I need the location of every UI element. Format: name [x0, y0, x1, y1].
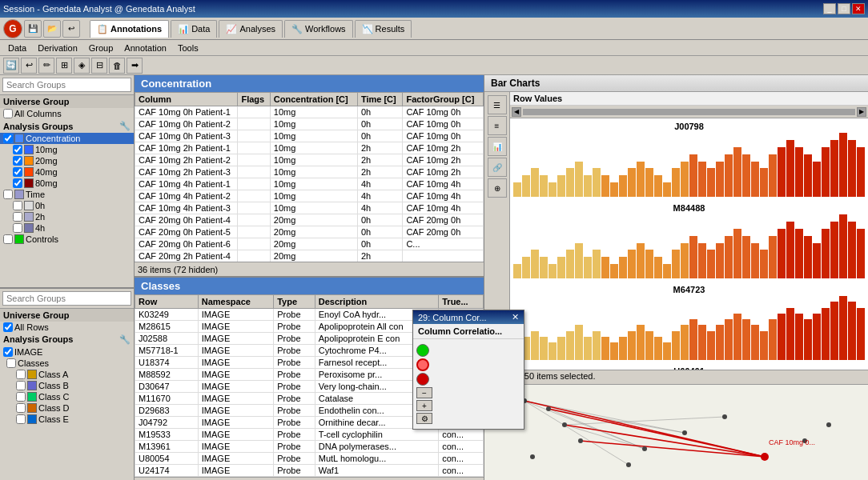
popup-btn-red-outline[interactable] [416, 358, 429, 371]
classes-row[interactable]: U24174IMAGEProbeWaf1con... [135, 465, 484, 477]
action-export[interactable]: ➡ [127, 58, 143, 74]
action-undo[interactable]: ↩ [21, 58, 37, 74]
tab-results[interactable]: 📉Results [355, 20, 412, 38]
tab-analyses[interactable]: 📈Analyses [219, 20, 283, 38]
classes-row[interactable]: M13961IMAGEProbeDNA polymerases...con... [135, 441, 484, 453]
40mg-item[interactable]: 40mg [0, 166, 134, 178]
class-a-item[interactable]: Class A [0, 369, 134, 380]
classes-row[interactable]: U80054IMAGEProbeMutL homologu...con... [135, 453, 484, 465]
popup-btn-plus[interactable]: + [416, 400, 432, 411]
class-e-checkbox[interactable] [16, 414, 26, 424]
search-groups-input[interactable] [2, 78, 131, 92]
concentration-row[interactable]: CAF 10mg 2h Patient-110mg2hCAF 10mg 2h [135, 142, 484, 154]
image-checkbox[interactable] [3, 347, 13, 357]
classes-col-true[interactable]: True... [439, 295, 484, 309]
action-select[interactable]: ◈ [74, 58, 90, 74]
concentration-checkbox[interactable] [3, 134, 13, 143]
controls-checkbox[interactable] [3, 234, 13, 244]
classes-col-namespace[interactable]: Namespace [198, 295, 273, 309]
action-refresh[interactable]: 🔄 [3, 58, 19, 74]
2h-checkbox[interactable] [13, 212, 22, 222]
tab-data[interactable]: 📊Data [171, 20, 217, 38]
all-columns-checkbox[interactable] [3, 109, 13, 118]
popup-btn-minus[interactable]: − [416, 387, 432, 398]
col-concentration[interactable]: Concentration [C] [270, 93, 357, 106]
col-column[interactable]: Column [135, 93, 238, 106]
time-item[interactable]: Time [0, 189, 134, 200]
concentration-row[interactable]: CAF 20mg 0h Patient-620mg0hC... [135, 238, 484, 250]
chart-tool-list[interactable]: ☰ [488, 95, 507, 114]
action-filter[interactable]: ⊞ [56, 58, 72, 74]
classes-row[interactable]: M19533IMAGEProbeT-cell cyclophilincon... [135, 429, 484, 441]
minimize-button[interactable]: _ [823, 3, 836, 14]
popup-btn-gear[interactable]: ⚙ [416, 413, 432, 424]
all-rows-checkbox[interactable] [3, 322, 13, 332]
concentration-row[interactable]: CAF 20mg 0h Patient-520mg0hCAF 20mg 0h [135, 226, 484, 238]
scroll-right[interactable]: ▶ [857, 107, 866, 117]
close-button[interactable]: ✕ [852, 3, 865, 14]
menu-derivation[interactable]: Derivation [33, 42, 82, 54]
concentration-row[interactable]: CAF 10mg 4h Patient-110mg4hCAF 10mg 4h [135, 178, 484, 190]
image-item[interactable]: IMAGE [0, 346, 134, 358]
class-c-item[interactable]: Class C [0, 391, 134, 402]
all-rows-item[interactable]: All Rows [0, 322, 134, 333]
0h-checkbox[interactable] [13, 201, 22, 210]
popup-btn-green[interactable] [416, 344, 429, 357]
controls-item[interactable]: Controls [0, 234, 134, 245]
menu-annotation[interactable]: Annotation [119, 42, 171, 54]
open-btn[interactable]: 📂 [43, 20, 61, 38]
time-checkbox[interactable] [3, 190, 13, 199]
concentration-row[interactable]: CAF 10mg 2h Patient-210mg2hCAF 10mg 2h [135, 154, 484, 166]
chart-tool-2[interactable]: ≡ [488, 116, 507, 135]
classes-col-row[interactable]: Row [135, 295, 199, 309]
chart-tool-5[interactable]: ⊕ [488, 178, 507, 198]
4h-item[interactable]: 4h [0, 222, 134, 234]
concentration-table-container[interactable]: Column Flags Concentration [C] Time [C] … [135, 92, 484, 262]
80mg-checkbox[interactable] [13, 178, 22, 188]
tab-workflows[interactable]: 🔧Workflows [284, 20, 353, 38]
search-rows-input[interactable] [2, 291, 131, 306]
undo-btn[interactable]: ↩ [62, 20, 80, 38]
class-e-item[interactable]: Class E [0, 414, 134, 425]
menu-group[interactable]: Group [84, 42, 119, 54]
concentration-row[interactable]: CAF 10mg 2h Patient-310mg2hCAF 10mg 2h [135, 166, 484, 178]
menu-data[interactable]: Data [3, 42, 31, 54]
10mg-checkbox[interactable] [13, 145, 22, 154]
concentration-row[interactable]: CAF 10mg 4h Patient-210mg4hCAF 10mg 4h [135, 190, 484, 202]
20mg-checkbox[interactable] [13, 156, 22, 166]
classes-col-desc[interactable]: Description [315, 295, 438, 309]
20mg-item[interactable]: 20mg [0, 155, 134, 166]
col-time[interactable]: Time [C] [357, 93, 403, 106]
action-edit[interactable]: ✏ [38, 58, 54, 74]
chart-tool-4[interactable]: 🔗 [488, 158, 507, 177]
10mg-item[interactable]: 10mg [0, 144, 134, 155]
class-d-checkbox[interactable] [16, 403, 26, 413]
class-a-checkbox[interactable] [16, 370, 26, 379]
charts-container[interactable]: J00798M84488M64723U66461 [510, 118, 868, 370]
maximize-button[interactable]: □ [838, 3, 850, 14]
classes-checkbox[interactable] [6, 358, 16, 368]
action-delete[interactable]: 🗑 [109, 58, 125, 74]
concentration-row[interactable]: CAF 20mg 2h Patient-420mg2h [135, 250, 484, 262]
action-group[interactable]: ⊟ [91, 58, 107, 74]
concentration-row[interactable]: CAF 10mg 0h Patient-110mg0hCAF 10mg 0h [135, 106, 484, 118]
classes-item[interactable]: Classes [0, 358, 134, 369]
4h-checkbox[interactable] [13, 223, 22, 233]
class-b-item[interactable]: Class B [0, 380, 134, 391]
concentration-row[interactable]: CAF 10mg 0h Patient-310mg0hCAF 10mg 0h [135, 130, 484, 142]
chart-tool-3[interactable]: 📊 [488, 137, 507, 156]
classes-col-type[interactable]: Type [274, 295, 315, 309]
scroll-left[interactable]: ◀ [512, 107, 521, 117]
class-d-item[interactable]: Class D [0, 402, 134, 414]
all-columns-item[interactable]: All Columns [0, 108, 134, 119]
col-flags[interactable]: Flags [238, 93, 270, 106]
popup-btn-red[interactable] [416, 373, 429, 386]
logo-btn[interactable]: G [3, 19, 22, 38]
scroll-track[interactable] [523, 109, 855, 115]
2h-item[interactable]: 2h [0, 211, 134, 222]
chart-hscroll-top[interactable]: ◀ ▶ [510, 106, 868, 118]
save-btn[interactable]: 💾 [24, 20, 42, 38]
concentration-item[interactable]: Concentration [0, 133, 134, 144]
40mg-checkbox[interactable] [13, 167, 22, 177]
class-c-checkbox[interactable] [16, 392, 26, 402]
